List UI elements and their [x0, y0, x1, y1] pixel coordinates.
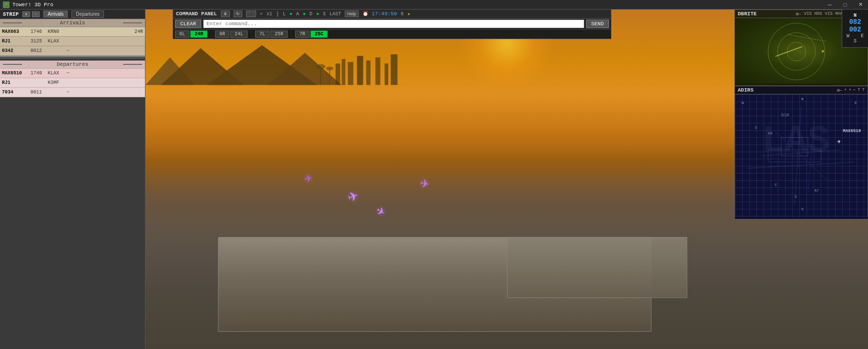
- arrival-dest-1: KRN0: [48, 29, 67, 34]
- titlebar: 🗼 Tower! 3D Pro ─ □ ✕: [0, 0, 868, 10]
- arrival-callsign-3: 0342: [2, 48, 31, 53]
- departure-row-1[interactable]: MAX6510 1749 KLAX ─: [0, 69, 145, 78]
- dbrite-vis-map[interactable]: VIS MAP: [825, 11, 843, 17]
- close-button[interactable]: ✕: [853, 0, 868, 10]
- adirs-zoom-in[interactable]: +: [848, 88, 851, 93]
- adirs-zoom-out[interactable]: ─: [853, 88, 856, 93]
- arrivals-section: Arrivals MAX663 1746 KRN0 24R RJ1 3125 K…: [0, 19, 145, 57]
- runway-7L[interactable]: 7L: [255, 31, 269, 38]
- svg-rect-7: [357, 56, 363, 85]
- svg-rect-11: [391, 54, 397, 85]
- cp-time: 17:49:50: [372, 11, 397, 17]
- adirs-header: ADIRS ⊞─ + + ─ T T: [735, 86, 868, 94]
- departure-row-3[interactable]: 7034 0011 ─: [0, 88, 145, 97]
- strip-icon-1[interactable]: ⊞: [22, 11, 30, 17]
- maximize-button[interactable]: □: [837, 0, 853, 10]
- dbrite-aircraft-blip: ✈: [821, 48, 825, 55]
- compass-south: S: [854, 39, 857, 44]
- strip-icon-group: ⊞ ─: [22, 11, 40, 17]
- pause-button[interactable]: ⏸: [221, 10, 230, 17]
- help-button[interactable]: Help: [345, 10, 359, 17]
- dbrite-vis-hdg[interactable]: VIS HDG: [804, 11, 822, 17]
- arrival-dest-2: KLAX: [48, 39, 67, 44]
- adirs-taxiway-svg: [735, 94, 868, 217]
- dbrite-icon-1[interactable]: ⊞─: [796, 11, 801, 17]
- command-input[interactable]: [203, 20, 584, 28]
- arrival-row-3[interactable]: 0342 0012 ─: [0, 46, 145, 56]
- departure-time-3: 0011: [31, 90, 48, 95]
- cp-last: LAST: [330, 11, 341, 17]
- app-title: Tower! 3D Pro: [12, 2, 53, 8]
- main-area: STRIP ⊞ ─ Arrivals Departures Arrivals M…: [0, 10, 868, 349]
- cp-sep-2: ║: [276, 11, 279, 17]
- cp-title: COMMAND PANEL: [176, 11, 217, 17]
- command-input-row: CLEAR SEND: [173, 19, 611, 29]
- titlebar-controls: ─ □ ✕: [822, 0, 868, 10]
- runway-6L[interactable]: 6L: [175, 31, 189, 38]
- minimize-button[interactable]: ─: [822, 0, 837, 10]
- dbrite-title: DBRITE: [738, 11, 757, 17]
- compass-west: W: [847, 33, 849, 39]
- adirs-t1[interactable]: T: [858, 88, 860, 93]
- arrival-time-1: 1746: [31, 29, 48, 34]
- svg-line-14: [330, 70, 330, 85]
- departure-row-2[interactable]: RJ1 KSMF: [0, 78, 145, 88]
- cp-mode-l: L: [283, 11, 286, 17]
- command-panel: COMMAND PANEL ⏸ ↻ ⬛ » x1 ║ L ● A ● D ● S…: [173, 10, 611, 39]
- refresh-button[interactable]: ↻: [234, 10, 242, 17]
- cp-dot-2: ●: [303, 11, 306, 17]
- departure-callsign-3: 7034: [2, 90, 31, 95]
- terminal-2: [507, 237, 688, 298]
- airport-view: ✈ ✈ ✈ ✈ COMMAND PANEL ⏸ ↻ ⬛ » x1 ║ L ● A…: [145, 10, 868, 349]
- compass-north: N: [854, 13, 857, 18]
- cp-mode-s: S: [323, 11, 326, 17]
- arrival-callsign-2: RJ1: [2, 39, 31, 44]
- star-icon: ★: [407, 11, 410, 17]
- svg-marker-1: [161, 48, 244, 85]
- runway-24R[interactable]: 24R: [190, 31, 207, 38]
- arrival-row-2[interactable]: RJ1 3125 KLAX: [0, 37, 145, 46]
- runway-7R[interactable]: 7R: [295, 31, 310, 38]
- adirs-plus[interactable]: +: [844, 88, 847, 93]
- svg-rect-9: [375, 57, 380, 85]
- runway-25R[interactable]: 25R: [270, 31, 288, 38]
- departure-dest-1: KLAX: [48, 71, 67, 76]
- strip-title: STRIP: [3, 11, 19, 17]
- departure-dest-2: KSMF: [48, 80, 67, 85]
- tab-departures[interactable]: Departures: [72, 10, 103, 18]
- header-line-right: [123, 22, 142, 23]
- strip-icon-2[interactable]: ─: [32, 11, 40, 17]
- departure-callsign-2: RJ1: [2, 80, 31, 85]
- tab-arrivals[interactable]: Arrivals: [43, 10, 68, 18]
- runway-6R[interactable]: 6R: [215, 31, 229, 38]
- svg-marker-3: [268, 53, 341, 85]
- svg-marker-2: [207, 45, 317, 85]
- departure-info-1: ─: [67, 71, 143, 76]
- adirs-t2[interactable]: T: [862, 88, 865, 93]
- cp-speed: x1: [267, 11, 272, 17]
- adirs-title: ADIRS: [738, 87, 754, 93]
- adirs-display: W N E S b10 D H4 A7 C S LAS ✈ MAX6510: [735, 94, 868, 217]
- command-panel-header: COMMAND PANEL ⏸ ↻ ⬛ » x1 ║ L ● A ● D ● S…: [173, 10, 611, 19]
- svg-point-15: [326, 67, 333, 71]
- clear-button[interactable]: CLEAR: [175, 20, 201, 28]
- app-icon: 🗼: [3, 1, 10, 8]
- runway-24L[interactable]: 24L: [230, 31, 248, 38]
- arrivals-title: Arrivals: [60, 20, 85, 26]
- arrival-time-2: 3125: [31, 39, 48, 44]
- camera-button[interactable]: ⬛: [246, 10, 256, 17]
- svg-rect-8: [366, 61, 371, 85]
- adirs-controls: ⊞─ + + ─ T T: [837, 88, 865, 93]
- cp-mode-a: A: [296, 11, 299, 17]
- runway-25C[interactable]: 25C: [310, 31, 328, 38]
- compass-we: W E: [847, 33, 864, 39]
- send-button[interactable]: SEND: [586, 20, 609, 28]
- compass-east: E: [861, 33, 864, 39]
- aircraft-4: ✈: [303, 169, 314, 186]
- departure-callsign-1: MAX6510: [2, 71, 31, 76]
- compass: N 082 002 W E S: [842, 10, 868, 48]
- adirs-icon-1[interactable]: ⊞─: [837, 88, 842, 93]
- arrivals-header: Arrivals: [0, 19, 145, 27]
- cp-sep-1: »: [260, 11, 263, 17]
- arrival-row-1[interactable]: MAX663 1746 KRN0 24R: [0, 27, 145, 37]
